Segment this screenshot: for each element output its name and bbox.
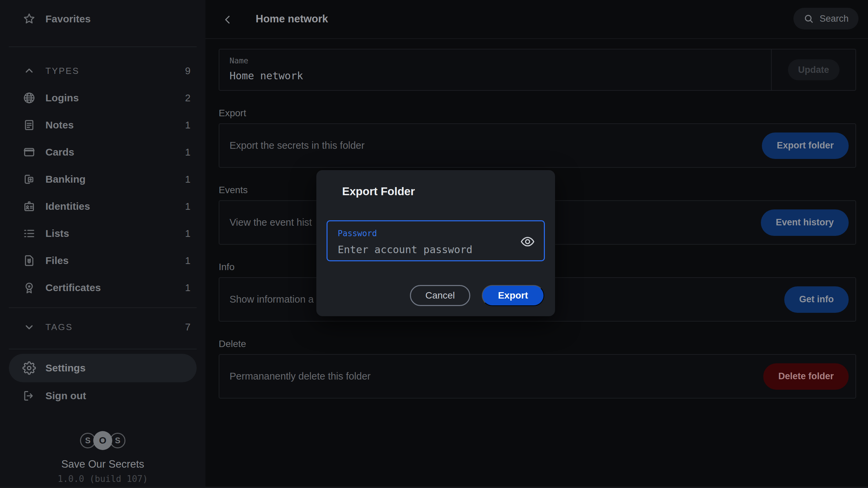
sidebar-item-sign-out[interactable]: Sign out (0, 382, 205, 409)
modal-export-button[interactable]: Export (482, 285, 544, 306)
export-folder-button[interactable]: Export folder (762, 133, 849, 159)
sidebar-divider (9, 349, 197, 349)
password-field-label: Password (338, 229, 377, 238)
password-field[interactable]: Password (327, 220, 545, 261)
page-title: Home network (256, 13, 328, 25)
get-info-button[interactable]: Get info (784, 286, 849, 313)
sidebar-item-banking[interactable]: Banking 1 (0, 166, 205, 193)
sidebar-divider (9, 46, 197, 47)
wallet-icon (22, 172, 37, 187)
id-badge-icon (22, 199, 37, 214)
event-history-button[interactable]: Event history (761, 209, 849, 236)
sidebar-item-identities[interactable]: Identities 1 (0, 193, 205, 220)
sidebar-item-label: Sign out (45, 390, 86, 402)
card-icon (22, 145, 37, 160)
events-section-text: View the event hist (230, 217, 312, 228)
sidebar-item-label: Favorites (45, 13, 91, 25)
sidebar-group-tags[interactable]: TAGS 7 (0, 313, 205, 341)
app-version: 1.0.0 (build 107) (0, 474, 205, 484)
sidebar-item-count: 1 (185, 282, 191, 293)
back-button[interactable] (218, 9, 238, 30)
search-button[interactable]: Search (793, 8, 859, 29)
sidebar-group-count: 7 (185, 322, 191, 333)
sidebar-item-lists[interactable]: Lists 1 (0, 220, 205, 247)
file-paperclip-icon (22, 253, 37, 268)
globe-icon (22, 90, 37, 105)
sidebar-item-label: Banking (45, 174, 85, 185)
update-button[interactable]: Update (788, 59, 840, 80)
modal-title: Export Folder (342, 185, 415, 198)
sidebar-item-label: Certificates (45, 282, 101, 293)
folder-name-field[interactable]: Name Home network Update (219, 49, 856, 91)
sidebar-item-label: Cards (45, 146, 74, 158)
chevron-left-icon (222, 14, 234, 25)
note-icon (22, 118, 37, 133)
cancel-button[interactable]: Cancel (410, 285, 470, 306)
delete-folder-button[interactable]: Delete folder (763, 363, 849, 390)
delete-section: Permananently delete this folder Delete … (219, 354, 856, 399)
delete-section-text: Permananently delete this folder (230, 371, 371, 382)
list-icon (22, 226, 37, 241)
name-field-label: Name (230, 56, 248, 65)
sidebar-item-count: 1 (185, 174, 191, 185)
sidebar-group-types[interactable]: TYPES 9 (0, 57, 205, 84)
name-field-value[interactable]: Home network (230, 70, 303, 82)
sidebar-item-label: Identities (45, 201, 90, 212)
sidebar-item-count: 1 (185, 228, 191, 239)
chevron-up-icon (22, 63, 37, 78)
eye-icon (520, 234, 535, 249)
search-icon (803, 13, 814, 24)
sidebar-item-label: Logins (45, 92, 79, 104)
name-field-action-cell: Update (771, 49, 855, 90)
show-password-button[interactable] (519, 233, 536, 250)
sidebar-item-notes[interactable]: Notes 1 (0, 111, 205, 139)
info-section-text: Show information a (230, 294, 314, 305)
export-section-text: Export the secrets in this folder (230, 140, 364, 151)
sos-logo: S O S (0, 431, 205, 450)
export-folder-modal: Export Folder Password Cancel Export (316, 170, 555, 316)
gear-icon (22, 361, 37, 375)
sidebar-divider (9, 307, 197, 308)
page-header: Home network Search (205, 0, 868, 39)
sidebar-item-cards[interactable]: Cards 1 (0, 139, 205, 166)
certificate-icon (22, 280, 37, 295)
delete-section-label: Delete (219, 339, 856, 349)
sidebar-item-files[interactable]: Files 1 (0, 247, 205, 274)
export-section-label: Export (219, 108, 856, 119)
sidebar-item-count: 1 (185, 255, 191, 266)
search-button-label: Search (820, 14, 849, 24)
app-name: Save Our Secrets (0, 458, 205, 470)
password-input[interactable] (338, 242, 497, 257)
sidebar-group-label: TYPES (45, 66, 79, 76)
sidebar-group-count: 9 (185, 65, 191, 77)
chevron-down-icon (22, 320, 37, 334)
sidebar-item-settings[interactable]: Settings (9, 354, 197, 382)
sidebar-item-count: 1 (185, 147, 191, 158)
sidebar-item-count: 1 (185, 201, 191, 212)
window-bottom-edge (0, 487, 868, 488)
sidebar-item-label: Settings (45, 362, 85, 374)
sidebar-item-count: 2 (185, 93, 191, 104)
export-section: Export the secrets in this folder Export… (219, 123, 856, 168)
sos-logo-middle-circle: O (93, 431, 112, 450)
sidebar-group-label: TAGS (45, 322, 73, 332)
star-icon (22, 12, 37, 26)
sidebar-item-label: Files (45, 255, 68, 266)
sidebar-item-favorites[interactable]: Favorites (0, 5, 205, 33)
sidebar-item-label: Lists (45, 228, 69, 239)
sign-out-icon (22, 388, 37, 403)
sidebar-item-label: Notes (45, 119, 74, 131)
sidebar-item-certificates[interactable]: Certificates 1 (0, 274, 205, 301)
app-window: Favorites TYPES 9 Logins 2 Notes 1 (0, 0, 868, 488)
sidebar-item-logins[interactable]: Logins 2 (0, 84, 205, 111)
modal-actions: Cancel Export (410, 285, 544, 306)
sidebar: Favorites TYPES 9 Logins 2 Notes 1 (0, 0, 205, 488)
sidebar-item-count: 1 (185, 120, 191, 131)
